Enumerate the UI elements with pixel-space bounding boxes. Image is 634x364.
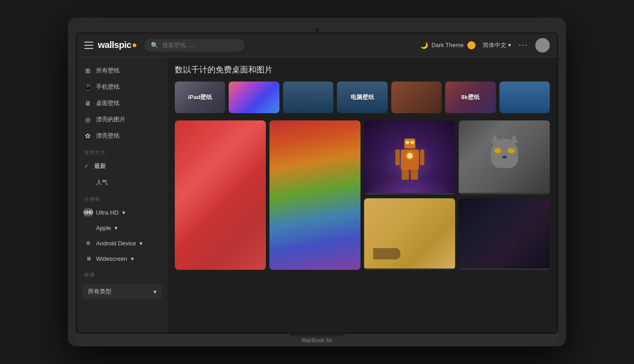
uhd-icon: UHD — [84, 208, 92, 216]
user-avatar[interactable] — [535, 38, 550, 53]
sidebar-label-beautiful-pic: 漂亮的图片 — [96, 115, 125, 124]
banner-avengers[interactable] — [391, 81, 442, 113]
banner-pc-bg: 电脑壁纸 — [337, 81, 387, 113]
language-selector[interactable]: 简体中文 ▾ — [483, 41, 511, 49]
sidebar-item-widescreen[interactable]: 🖥 Widescreen ▾ — [77, 251, 168, 266]
snake-body — [373, 248, 400, 259]
wallpaper-dark-cloth[interactable] — [459, 198, 550, 270]
sidebar-label-widescreen: Widescreen — [96, 255, 127, 262]
sidebar-item-beautiful-pic[interactable]: ◎ 漂亮的图片 — [77, 111, 168, 128]
banner-8k[interactable]: 8k壁纸 — [445, 81, 495, 113]
flower-icon: ✿ — [84, 132, 91, 139]
lang-label: 简体中文 — [483, 41, 506, 49]
dark-theme-toggle[interactable]: 🌙 Dark Theme — [420, 41, 476, 49]
compass-icon: ◎ — [84, 116, 91, 123]
checkmark-icon: ✓ — [84, 163, 89, 169]
header-right: 🌙 Dark Theme 简体中文 ▾ ··· — [420, 38, 550, 53]
sidebar-label-phone: 手机壁纸 — [96, 83, 120, 91]
logo-text: wallspic — [98, 40, 131, 50]
wallpaper-ironman[interactable] — [364, 120, 455, 195]
android-icon: ⚙ — [84, 239, 92, 247]
resolution-section-title: 分辨率 — [77, 191, 168, 205]
wallpaper-feathers-colorful[interactable] — [269, 120, 360, 270]
banner-citynight-bg — [500, 81, 550, 113]
banner-city-bg — [283, 81, 333, 113]
expand-arrow-icon: ▾ — [122, 209, 125, 216]
expand-arrow-icon-widescreen: ▾ — [131, 255, 134, 262]
wallpaper-grid — [175, 120, 550, 270]
sidebar-item-popular[interactable]: 人气 — [77, 174, 168, 191]
banner-ipad[interactable]: iPad壁纸 — [175, 81, 225, 113]
laptop-screen: wallspic 🔍 🌙 Dark Theme 简体中文 — [76, 33, 558, 334]
banner-citynight[interactable] — [500, 81, 550, 113]
wallpaper-snake[interactable] — [364, 198, 455, 270]
sidebar-label-latest: 最新 — [94, 162, 106, 170]
logo[interactable]: wallspic — [98, 40, 136, 50]
dark-theme-label: Dark Theme — [432, 42, 464, 48]
wallpaper-dark-cloth-bg — [459, 198, 550, 268]
laptop-top-bar — [76, 26, 558, 33]
banner-colorful-bg — [229, 81, 279, 113]
ironman-leg-right — [411, 170, 418, 180]
sidebar-item-all-wallpaper[interactable]: ⊞ 所有壁纸 — [77, 62, 168, 79]
search-icon: 🔍 — [151, 42, 158, 49]
sidebar-label-popular: 人气 — [96, 178, 108, 187]
sidebar-label-beautiful-wallpaper: 漂亮壁纸 — [96, 132, 120, 140]
grid-icon: ⊞ — [84, 67, 91, 74]
more-options-button[interactable]: ··· — [519, 40, 528, 50]
sidebar-item-android[interactable]: ⚙ Android Device ▾ — [77, 235, 168, 251]
banner-ipad-bg: iPad壁纸 — [175, 81, 225, 113]
wallpaper-feathers-pink-bg — [175, 120, 266, 270]
sidebar-item-beautiful-wallpaper[interactable]: ✿ 漂亮壁纸 — [77, 128, 168, 144]
category-dropdown[interactable]: 所有类型 ▾ — [82, 284, 162, 299]
wallpaper-wolf[interactable] — [459, 120, 550, 195]
banner-ipad-label: iPad壁纸 — [188, 93, 212, 101]
ironman-arc-reactor — [407, 153, 413, 158]
sidebar-item-desktop-wallpaper[interactable]: 🖥 桌面壁纸 — [77, 95, 168, 111]
lang-arrow-icon: ▾ — [508, 42, 511, 48]
laptop-base: MacBook Air — [76, 334, 558, 346]
feather-texture-2 — [269, 120, 360, 270]
sidebar-label-desktop: 桌面壁纸 — [96, 99, 120, 107]
monitor-icon: 🖥 — [84, 100, 91, 107]
wolf-ear-left — [490, 134, 500, 143]
ironman-glow — [364, 179, 455, 193]
sidebar-item-latest[interactable]: ✓ 最新 — [77, 158, 168, 174]
ironman-leg-left — [402, 170, 409, 180]
phone-icon: 📱 — [84, 83, 91, 91]
menu-button[interactable] — [84, 42, 93, 49]
header: wallspic 🔍 🌙 Dark Theme 简体中文 — [77, 34, 557, 57]
wolf-nose — [502, 156, 507, 158]
laptop-frame: wallspic 🔍 🌙 Dark Theme 简体中文 — [68, 18, 566, 346]
wolf-face — [459, 120, 550, 193]
ironman-body — [401, 149, 419, 170]
ironman-figure — [397, 139, 422, 179]
ironman-eye-left — [406, 141, 409, 144]
camera-dot — [315, 28, 319, 32]
banner-row: iPad壁纸 电脑壁纸 — [175, 81, 550, 113]
sidebar-item-phone-wallpaper[interactable]: 📱 手机壁纸 — [77, 79, 168, 95]
sidebar-item-ultra-hd[interactable]: UHD Ultra HD ▾ — [77, 205, 168, 220]
sidebar-label-apple: Apple — [96, 225, 111, 231]
sidebar-label-all-wallpaper: 所有壁纸 — [96, 67, 120, 75]
main-content: ⊞ 所有壁纸 📱 手机壁纸 🖥 桌面壁纸 ◎ 漂亮的图片 — [77, 57, 557, 333]
expand-arrow-icon-android: ▾ — [139, 240, 143, 247]
banner-8k-label: 8k壁纸 — [461, 93, 480, 101]
banner-colorful[interactable] — [229, 81, 279, 113]
moon-icon: 🌙 — [420, 42, 428, 49]
search-bar[interactable]: 🔍 — [144, 39, 245, 52]
ironman-legs — [402, 170, 418, 180]
wallpaper-feathers-colorful-bg — [269, 120, 360, 270]
banner-city[interactable] — [283, 81, 333, 113]
app-window: wallspic 🔍 🌙 Dark Theme 简体中文 — [77, 34, 557, 333]
sidebar-label-ultra-hd: Ultra HD — [96, 209, 119, 216]
banner-pc[interactable]: 电脑壁纸 — [337, 81, 387, 113]
page-title: 数以千计的免费桌面和图片 — [175, 64, 550, 75]
banner-8k-bg: 8k壁纸 — [445, 81, 495, 113]
wallpaper-feathers-pink[interactable] — [175, 120, 266, 270]
wolf-head — [489, 139, 520, 175]
ironman-arm-left — [395, 149, 400, 165]
sidebar-item-apple[interactable]: Apple ▾ — [77, 220, 168, 235]
theme-toggle-dot[interactable] — [467, 41, 476, 49]
search-input[interactable] — [162, 42, 238, 48]
